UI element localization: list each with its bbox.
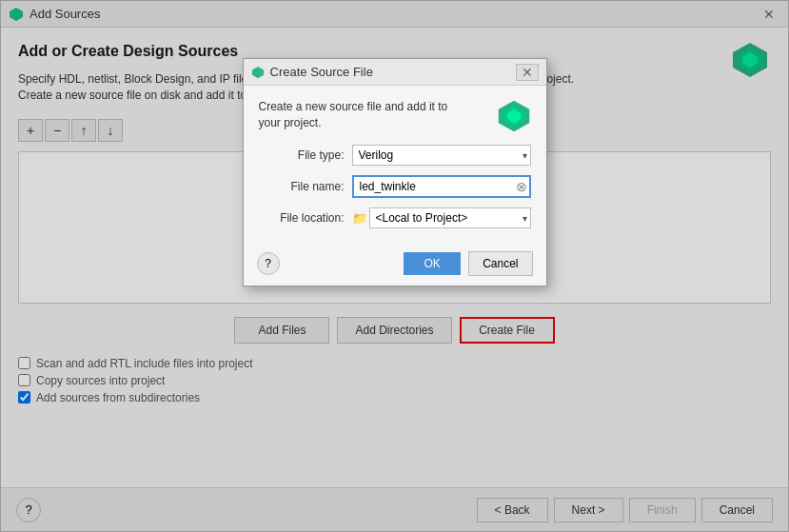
create-source-dialog: Create Source File ✕ Create a new source…: [243, 58, 547, 286]
file-type-wrap: Verilog VHDL SystemVerilog ▾: [352, 145, 531, 166]
modal-footer: ? OK Cancel: [244, 242, 546, 286]
file-type-label: File type:: [259, 148, 345, 162]
file-location-select[interactable]: <Local to Project>: [369, 207, 531, 228]
modal-body: Create a new source file and add it to y…: [244, 86, 546, 242]
file-type-row: File type: Verilog VHDL SystemVerilog ▾: [259, 145, 531, 166]
modal-title-text: Create Source File: [270, 65, 373, 79]
file-name-input[interactable]: [352, 175, 531, 198]
file-name-row: File name: ⊗: [259, 175, 531, 198]
svg-marker-5: [251, 66, 263, 77]
location-folder-icon: 📁: [352, 211, 367, 226]
file-location-label: File location:: [259, 211, 345, 225]
file-location-wrap: 📁 <Local to Project> ▾: [352, 207, 531, 228]
modal-title-left: Create Source File: [251, 65, 373, 79]
modal-title-bar: Create Source File ✕: [244, 59, 546, 86]
main-window: Add Sources ✕ Add or Create Design Sourc…: [0, 0, 789, 532]
modal-app-icon: [251, 66, 265, 79]
modal-close-button[interactable]: ✕: [516, 64, 539, 81]
clear-filename-icon[interactable]: ⊗: [516, 180, 527, 193]
modal-cancel-button[interactable]: Cancel: [468, 251, 532, 276]
modal-form: File type: Verilog VHDL SystemVerilog ▾: [259, 145, 531, 228]
modal-vivado-logo: [497, 99, 531, 133]
modal-overlay: Create Source File ✕ Create a new source…: [1, 1, 788, 531]
modal-desc-row: Create a new source file and add it to y…: [259, 99, 531, 133]
file-name-label: File name:: [259, 180, 345, 193]
modal-description: Create a new source file and add it to y…: [259, 99, 468, 131]
file-location-row: File location: 📁 <Local to Project> ▾: [259, 207, 531, 228]
file-name-wrap: ⊗: [352, 175, 531, 198]
modal-ok-button[interactable]: OK: [404, 252, 461, 275]
modal-help-button[interactable]: ?: [257, 252, 280, 275]
file-type-select[interactable]: Verilog VHDL SystemVerilog: [352, 145, 531, 166]
